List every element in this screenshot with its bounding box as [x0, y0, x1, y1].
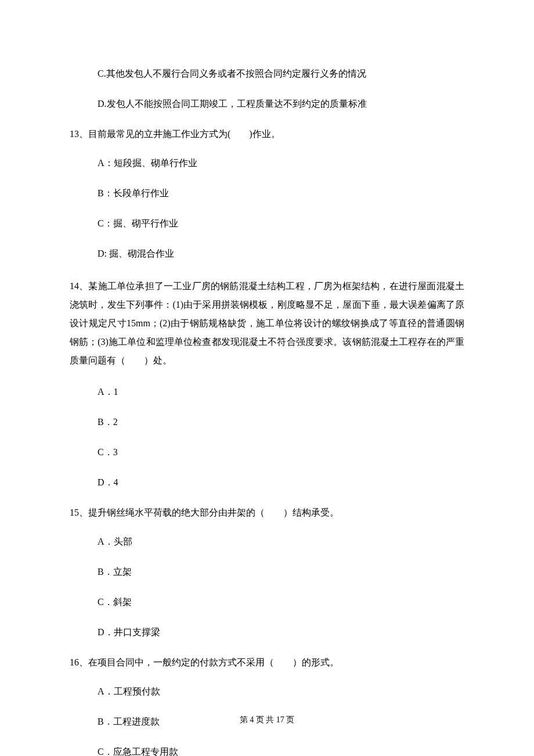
question-15: 15、提升钢丝绳水平荷载的绝大部分由井架的（ ）结构承受。	[70, 506, 464, 520]
page-content: C.其他发包人不履行合同义务或者不按照合同约定履行义务的情况 D.发包人不能按照…	[0, 0, 534, 756]
question-14-options: A．1 B．2 C．3 D．4	[70, 385, 464, 489]
option-a: A．头部	[70, 535, 464, 549]
option-b: B．立架	[70, 565, 464, 579]
option-c: C．斜架	[70, 595, 464, 609]
option-c: C．3	[70, 445, 464, 459]
option-a: A：短段掘、砌单行作业	[70, 156, 464, 170]
question-13-options: A：短段掘、砌单行作业 B：长段单行作业 C：掘、砌平行作业 D: 掘、砌混合作…	[70, 156, 464, 261]
question-number: 16、	[70, 657, 88, 667]
page-footer: 第 4 页 共 17 页	[0, 714, 534, 726]
option-c: C．应急工程专用款	[70, 745, 464, 756]
option-d: D．井口支撑梁	[70, 625, 464, 639]
question-14: 14、某施工单位承担了一工业厂房的钢筋混凝土结构工程，厂房为框架结构，在进行屋面…	[70, 277, 464, 370]
option-b: B．2	[70, 415, 464, 429]
question-number: 13、	[70, 129, 88, 139]
option-d: D．4	[70, 476, 464, 489]
option-a: A．工程预付款	[70, 685, 464, 699]
option-b: B：长段单行作业	[70, 186, 464, 200]
question-text: 在项目合同中，一般约定的付款方式不采用（ ）的形式。	[88, 657, 339, 667]
question-number: 15、	[70, 507, 88, 517]
option-a: A．1	[70, 385, 464, 399]
option-c: C：掘、砌平行作业	[70, 217, 464, 231]
question-16: 16、在项目合同中，一般约定的付款方式不采用（ ）的形式。	[70, 656, 464, 669]
continued-option-c: C.其他发包人不履行合同义务或者不按照合同约定履行义务的情况	[70, 67, 464, 81]
option-d: D: 掘、砌混合作业	[70, 247, 464, 261]
question-13: 13、目前最常见的立井施工作业方式为( )作业。	[70, 127, 464, 141]
question-number: 14、	[70, 281, 88, 291]
question-text: 某施工单位承担了一工业厂房的钢筋混凝土结构工程，厂房为框架结构，在进行屋面混凝土…	[70, 281, 464, 365]
question-text: 提升钢丝绳水平荷载的绝大部分由井架的（ ）结构承受。	[88, 507, 339, 517]
question-text: 目前最常见的立井施工作业方式为( )作业。	[88, 129, 280, 139]
continued-option-d: D.发包人不能按照合同工期竣工，工程质量达不到约定的质量标准	[70, 97, 464, 111]
question-15-options: A．头部 B．立架 C．斜架 D．井口支撑梁	[70, 535, 464, 639]
